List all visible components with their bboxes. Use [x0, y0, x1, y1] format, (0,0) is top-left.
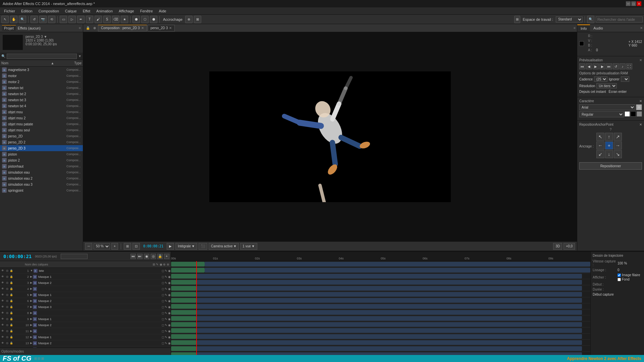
prev-fullscreen[interactable]: ⛶ — [626, 63, 632, 69]
workspace-select[interactable]: Standard — [556, 16, 583, 22]
menu-calque[interactable]: Calque — [62, 8, 79, 14]
tab-effects[interactable]: Effets (aucun) — [16, 25, 43, 31]
lock-button[interactable]: 🔒 — [9, 317, 13, 321]
anchor-ml[interactable]: ← — [596, 141, 604, 149]
prev-fwd-frame[interactable]: ▶ — [599, 63, 605, 69]
tl-prev-kf[interactable]: ⏮ — [130, 254, 136, 259]
anchor-mc[interactable]: + — [605, 141, 613, 149]
eye-button[interactable]: 👁 — [1, 341, 5, 345]
zoom-select[interactable]: 50 % — [94, 243, 110, 249]
eye-button[interactable]: 👁 — [1, 323, 5, 327]
layer-opt3[interactable]: ◉ — [168, 293, 171, 297]
lock-button[interactable]: 🔒 — [9, 323, 13, 327]
tab-info[interactable]: Info — [577, 24, 590, 32]
viewer-grid[interactable]: ⊞ — [124, 243, 131, 250]
track-row[interactable] — [171, 285, 590, 291]
tool-hand[interactable]: ✋ — [10, 16, 17, 23]
track-row[interactable] — [171, 327, 590, 334]
layer-opt2[interactable]: ✎ — [165, 329, 167, 333]
cadence-select[interactable]: (25) — [594, 76, 607, 82]
layer-opt1[interactable]: ◻ — [162, 281, 164, 285]
layer-opt2[interactable]: ✎ — [165, 342, 167, 345]
layer-search-input[interactable] — [61, 254, 88, 259]
project-item[interactable]: ▣ perso_2D 3 Composi... — [0, 145, 83, 151]
tab-project[interactable]: Projet — [2, 25, 16, 31]
layer-opt3[interactable]: ◉ — [168, 329, 171, 333]
track-row[interactable] — [171, 352, 590, 355]
search-options-icon[interactable]: ▼ — [78, 54, 82, 58]
expand-icon[interactable]: ▶ — [30, 323, 32, 326]
project-item[interactable]: ▣ newton txt 4 Composi... — [0, 103, 83, 109]
track-row[interactable] — [171, 315, 590, 321]
expand-icon[interactable]: ▶ — [30, 275, 32, 278]
monitor-btn[interactable]: ⊞ — [514, 16, 520, 23]
solo-button[interactable]: ◎ — [5, 275, 9, 279]
anchor-mr[interactable]: → — [614, 141, 622, 149]
tool-shape1[interactable]: ⬟ — [132, 16, 140, 23]
anchor-tl[interactable]: ↖ — [596, 133, 604, 141]
layer-opt3[interactable]: ◉ — [168, 275, 171, 279]
layer-opt2[interactable]: ✎ — [165, 305, 167, 309]
prev-back-frame[interactable]: ◀ — [586, 63, 592, 69]
panel-menu-comp[interactable]: ≡ — [574, 26, 576, 30]
image-filaire-checkbox[interactable] — [618, 274, 621, 277]
layer-opt2[interactable]: ✎ — [165, 317, 167, 321]
project-search-input[interactable] — [7, 54, 77, 59]
solo-button[interactable]: ◎ — [5, 323, 9, 327]
track-row[interactable] — [171, 340, 590, 346]
tool-mask-round[interactable]: ▷ — [68, 16, 76, 23]
project-item[interactable]: ▣ motor 2 Composi... — [0, 79, 83, 85]
viewer-views-btn[interactable]: 1 vue ▼ — [240, 243, 257, 250]
expand-icon[interactable]: ▶ — [30, 342, 32, 345]
eye-button[interactable]: 👁 — [1, 335, 5, 339]
solo-button[interactable]: ◎ — [5, 329, 9, 333]
prev-loop[interactable]: ↺ — [613, 63, 619, 69]
tool-clone[interactable]: S — [103, 16, 111, 23]
eye-button[interactable]: 👁 — [1, 329, 5, 333]
lock-button[interactable]: 🔒 — [9, 281, 13, 285]
solo-button[interactable]: ◎ — [5, 269, 9, 273]
layer-opt3[interactable]: ◉ — [168, 299, 171, 303]
viewer-safe[interactable]: ⊡ — [132, 243, 140, 250]
layer-opt1[interactable]: ◻ — [162, 329, 164, 333]
track-row[interactable] — [171, 303, 590, 309]
menu-composition[interactable]: Composition — [36, 8, 62, 14]
tool-pan[interactable]: ⟲ — [48, 16, 55, 23]
prev-play[interactable]: ▶ — [593, 63, 599, 69]
project-item[interactable]: ▣ magnetisme 3 Composi... — [0, 67, 83, 73]
layer-opt3[interactable]: ◉ — [168, 317, 171, 321]
font-style-select[interactable]: Regular — [579, 111, 624, 117]
layer-opt2[interactable]: ✎ — [165, 269, 167, 273]
track-row[interactable] — [171, 309, 590, 315]
layer-opt3[interactable]: ◉ — [168, 281, 171, 285]
layer-opt3[interactable]: ◉ — [168, 287, 171, 291]
eye-button[interactable]: 👁 — [1, 275, 5, 279]
layer-row[interactable]: 👁 ◎ 🔒 11 ▶ ▣ ◻ ✎ ◉ — [0, 328, 171, 334]
anchor-br[interactable]: ↘ — [614, 150, 622, 158]
project-item[interactable]: ▣ motor Composi... — [0, 73, 83, 79]
solo-button[interactable]: ◎ — [5, 299, 9, 303]
tool-zoom[interactable]: 🔍 — [19, 16, 26, 23]
alt-color[interactable] — [637, 111, 642, 117]
fill-color[interactable] — [625, 111, 630, 117]
track-row[interactable] — [171, 291, 590, 297]
eye-button[interactable]: 👁 — [1, 287, 5, 291]
layer-opt2[interactable]: ✎ — [165, 323, 167, 327]
layer-opt2[interactable]: ✎ — [165, 287, 167, 291]
layer-row[interactable]: 👁 ◎ 🔒 8 ▶ ▣ ◻ ✎ ◉ — [0, 310, 171, 316]
menu-edition[interactable]: Edition — [18, 8, 35, 14]
viewer-mode[interactable]: Intégrale ▼ — [175, 243, 197, 250]
layer-opt1[interactable]: ◻ — [162, 275, 164, 279]
layer-opt2[interactable]: ✎ — [165, 281, 167, 285]
tool-pen[interactable]: ✒ — [77, 16, 85, 23]
project-item[interactable]: ▣ perso_2D Composi... — [0, 133, 83, 139]
layer-row[interactable]: 👁 ◎ 🔒 6 ▶ ▣ Masque 2 ◻ ✎ ◉ — [0, 298, 171, 304]
lock-button[interactable]: 🔒 — [9, 335, 13, 339]
eye-button[interactable]: 👁 — [1, 269, 5, 273]
tool-select[interactable]: ↖ — [1, 16, 9, 23]
project-item[interactable]: ▣ springjoint Composi... — [0, 187, 83, 193]
layer-opt1[interactable]: ◻ — [162, 342, 164, 345]
menu-fenetre[interactable]: Fenêtre — [138, 8, 156, 14]
anchor-tc[interactable]: ↑ — [605, 133, 613, 141]
panel-menu-icon[interactable]: ≡ — [79, 26, 81, 30]
